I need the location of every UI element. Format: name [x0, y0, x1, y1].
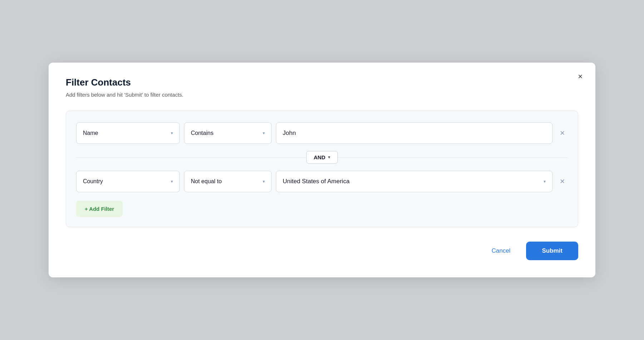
filter-value-input-1[interactable]: John: [276, 122, 553, 144]
filter-value-text-2: United States of America: [283, 178, 350, 185]
add-filter-button[interactable]: + Add Filter: [76, 201, 123, 217]
remove-filter-button-1[interactable]: ✕: [557, 126, 568, 140]
modal-footer: Cancel Submit: [66, 242, 578, 260]
filter-value-text-1: John: [283, 130, 296, 137]
filter-operator-select-1[interactable]: Contains ▾: [184, 122, 272, 144]
filter-row: Country ▾ Not equal to ▾ United States o…: [76, 171, 568, 192]
modal-overlay: × Filter Contacts Add filters below and …: [0, 0, 644, 340]
filter-field-label-1: Name: [83, 130, 171, 136]
chevron-down-icon: ▾: [263, 179, 265, 184]
remove-filter-button-2[interactable]: ✕: [557, 175, 568, 188]
cancel-button[interactable]: Cancel: [484, 242, 517, 259]
submit-button[interactable]: Submit: [526, 242, 578, 260]
filters-container: Name ▾ Contains ▾ John ✕ AND ▾: [66, 111, 578, 227]
chevron-down-icon: ▾: [263, 131, 265, 136]
filter-value-dropdown-2[interactable]: United States of America ▾: [276, 171, 553, 192]
chevron-down-icon: ▾: [328, 155, 330, 160]
filter-field-select-2[interactable]: Country ▾: [76, 171, 180, 192]
filter-operator-select-2[interactable]: Not equal to ▾: [184, 171, 272, 192]
filter-row: Name ▾ Contains ▾ John ✕: [76, 122, 568, 144]
modal-title: Filter Contacts: [66, 77, 578, 88]
filter-operator-label-2: Not equal to: [191, 178, 263, 185]
chevron-down-icon: ▾: [171, 179, 173, 184]
logic-connector-button[interactable]: AND ▾: [306, 151, 338, 164]
filter-operator-label-1: Contains: [191, 130, 263, 136]
logic-connector-label: AND: [314, 154, 326, 160]
filter-contacts-modal: × Filter Contacts Add filters below and …: [49, 63, 595, 277]
logic-connector-row: AND ▾: [76, 151, 568, 164]
chevron-down-icon: ▾: [171, 131, 173, 136]
modal-subtitle: Add filters below and hit 'Submit' to fi…: [66, 92, 578, 98]
filter-field-select-1[interactable]: Name ▾: [76, 122, 180, 144]
chevron-down-icon: ▾: [544, 179, 546, 184]
modal-close-button[interactable]: ×: [576, 71, 584, 82]
filter-field-label-2: Country: [83, 178, 171, 185]
